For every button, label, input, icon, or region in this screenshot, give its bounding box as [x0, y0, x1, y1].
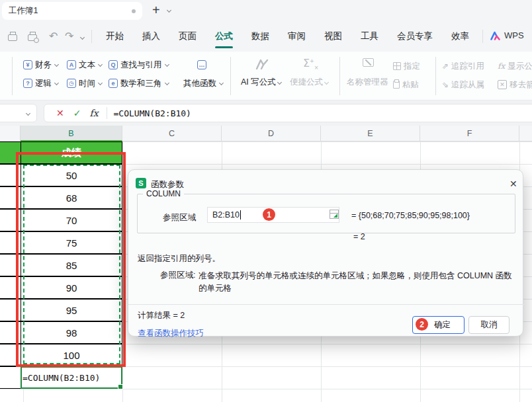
name-box[interactable] [0, 104, 37, 122]
trace-dependents-label: 追踪从属 [451, 79, 484, 91]
cancel-entry-icon[interactable]: ✕ [56, 108, 64, 118]
show-formulas-label: 显示公式 [508, 61, 532, 72]
paste-names-button[interactable]: 粘贴 [393, 78, 419, 91]
column-header-c[interactable]: C [122, 126, 222, 141]
tab-insert[interactable]: 插入 [133, 21, 169, 52]
tab-list-chevron-icon[interactable] [167, 8, 171, 13]
ellipsis-icon: … [197, 60, 206, 69]
titlebar: 工作簿1 + [0, 0, 532, 21]
function-arguments-dialog: S 函数参数 ✕ COLUMN 参照区域 B2:B10 1 = {50;68;7… [128, 169, 523, 337]
column-header-a-clipped[interactable] [0, 126, 21, 141]
trace-precedents-button[interactable]: ⇗ 追踪引用 [442, 60, 484, 73]
document-tab[interactable]: 工作簿1 [2, 2, 142, 20]
show-formulas-button[interactable]: fx 显示公式 [498, 60, 532, 73]
text-functions-button[interactable]: A 文本 [67, 58, 102, 71]
finance-label: 财务 [35, 60, 52, 71]
print-preview-icon[interactable] [28, 32, 37, 44]
cell-a11[interactable] [0, 366, 21, 389]
redo-icon[interactable]: ↷ [65, 32, 73, 41]
tab-data[interactable]: 数据 [242, 21, 279, 52]
math-icon: e [109, 79, 118, 88]
more-functions-box-button[interactable]: … [197, 58, 206, 71]
lookup-reference-button[interactable]: Q 查找与引用 [109, 58, 169, 71]
math-label: 数学和三角 [120, 78, 162, 89]
active-cell-border [21, 366, 122, 389]
undo-icon[interactable]: ↶ [49, 32, 58, 41]
reference-range-value: B2:B10 [212, 210, 240, 220]
lookup-label: 查找与引用 [120, 60, 162, 71]
step-1-badge: 1 [263, 208, 275, 221]
formula-text[interactable]: =COLUMN(B2:B10) [114, 108, 191, 118]
tab-view[interactable]: 视图 [315, 21, 351, 52]
time-label: 时间 [79, 78, 95, 89]
name-manager-label: 名称管理器 [347, 77, 388, 88]
cancel-button[interactable]: 取消 [468, 316, 510, 334]
divider [230, 57, 231, 95]
lookup-icon: Q [109, 60, 118, 69]
wps-logo-icon [490, 31, 501, 40]
divider [128, 304, 524, 305]
insert-function-icon[interactable]: fx [89, 108, 98, 118]
confirm-entry-icon[interactable]: ✓ [73, 108, 81, 118]
assign-names-button[interactable]: 指定 [393, 60, 420, 73]
trace-precedents-icon: ⇗ [442, 61, 449, 71]
toolbar-more-chevron-icon[interactable] [80, 35, 85, 40]
clock-icon: ◷ [67, 79, 76, 88]
logic-icon: ? [23, 79, 32, 88]
column-header-row: B C D E F [0, 126, 532, 141]
paste-icon [393, 81, 400, 89]
step-2-badge: 2 [416, 318, 428, 331]
parameter-name-label: 参照区域: [160, 270, 195, 281]
divider [482, 30, 483, 43]
tab-formulas[interactable]: 公式 [206, 21, 242, 52]
quick-formula-label: 便捷公式 [290, 77, 323, 88]
column-header-d[interactable]: D [222, 126, 321, 141]
quick-formula-button[interactable]: 便捷公式 [290, 77, 328, 88]
ai-write-formula-button[interactable]: AI 写公式 [241, 77, 281, 88]
new-tab-button[interactable]: + [152, 3, 160, 18]
name-box-chevron-icon [26, 110, 30, 115]
tab-review[interactable]: 审阅 [279, 21, 315, 52]
remove-arrows-button[interactable]: ✕ 移去箭头 [498, 78, 532, 91]
name-manager-button[interactable]: 名称管理器 [347, 77, 388, 88]
wps-sheet-app-icon: S [136, 178, 146, 188]
other-functions-button[interactable]: 其他函数 [183, 77, 223, 90]
tab-home[interactable]: 开始 [97, 21, 133, 52]
column-header-e[interactable]: E [321, 126, 420, 141]
column-header-b[interactable]: B [21, 126, 122, 141]
argument-label: 参照区域 [163, 212, 196, 223]
dialog-close-icon[interactable]: ✕ [507, 176, 520, 192]
tab-efficiency[interactable]: 效率 [442, 21, 478, 52]
ribbon: ¥ 财务 A 文本 Q 查找与引用 … ? 逻辑 ◷ 时间 e 数学和三角 其他… [0, 52, 532, 100]
math-trig-button[interactable]: e 数学和三角 [109, 77, 169, 90]
divider [91, 30, 92, 43]
ai-formula-label: AI 写公式 [241, 77, 276, 88]
text-icon: A [67, 60, 76, 69]
logic-label: 逻辑 [35, 78, 52, 89]
logic-functions-button[interactable]: ? 逻辑 [23, 77, 58, 90]
print-icon[interactable] [8, 32, 17, 44]
red-annotation-rectangle [16, 152, 126, 367]
divider [339, 57, 340, 95]
document-tab-title: 工作簿1 [9, 5, 38, 17]
tab-tools[interactable]: 工具 [351, 21, 388, 52]
range-picker-icon[interactable] [330, 210, 339, 219]
quick-formula-icon: Σ+× [303, 57, 319, 71]
finance-functions-button[interactable]: ¥ 财务 [23, 58, 58, 71]
formula-bar: ✕ ✓ fx =COLUMN(B2:B10) [0, 100, 532, 126]
remove-arrows-icon: ✕ [498, 80, 507, 89]
column-header-f[interactable]: F [420, 126, 519, 141]
formula-input-area[interactable]: ✕ ✓ fx =COLUMN(B2:B10) [44, 104, 532, 122]
brand-label: WPS [504, 30, 524, 40]
trace-dependents-button[interactable]: ⇘ 追踪从属 [442, 78, 484, 91]
tab-page[interactable]: 页面 [169, 21, 206, 52]
remove-arrows-label: 移去箭头 [510, 79, 532, 91]
text-cursor [240, 210, 241, 220]
wps-ai-button[interactable]: WPS [490, 30, 524, 40]
tab-member[interactable]: 会员专享 [388, 21, 442, 52]
other-functions-label: 其他函数 [183, 78, 216, 89]
function-tips-link[interactable]: 查看函数操作技巧 [138, 328, 204, 339]
datetime-functions-button[interactable]: ◷ 时间 [67, 77, 102, 90]
ribbon-tabs: 开始 插入 页面 公式 数据 审阅 视图 工具 会员专享 效率 [97, 21, 478, 52]
assign-label: 指定 [404, 61, 420, 72]
